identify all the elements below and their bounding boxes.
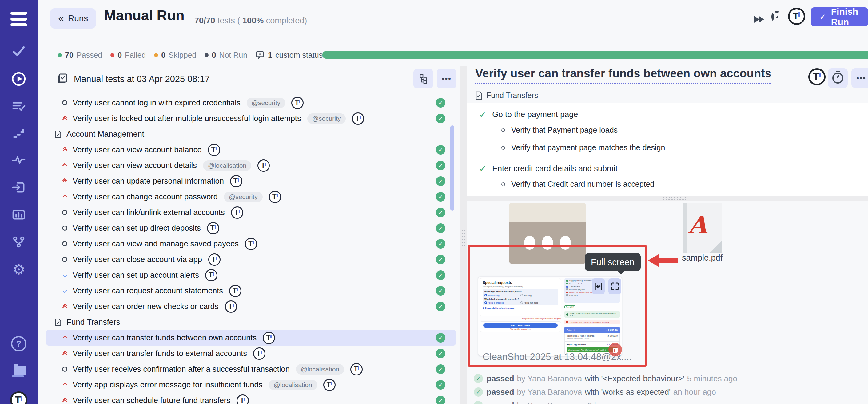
attachment-pdf-name: sample.pdf	[671, 253, 734, 263]
document-icon	[55, 130, 62, 138]
page-title: Manual Run	[104, 7, 184, 24]
section-row: Fund Transfers	[46, 314, 456, 330]
delete-attachment-button[interactable]	[609, 343, 622, 357]
substep-circle-icon	[501, 128, 505, 132]
test-row[interactable]: Verify user can close account via appT✓	[46, 251, 456, 267]
test-title: Verify user can view and manage saved pa…	[72, 239, 239, 248]
bar-chart-icon	[12, 208, 26, 222]
status-circle-icon	[60, 210, 69, 215]
passed-icon: ✓	[436, 98, 445, 107]
priority-highest-icon	[60, 179, 69, 184]
feature-icon	[566, 294, 568, 296]
sidebar-item-branches[interactable]	[12, 235, 26, 249]
sidebar-item-import[interactable]	[12, 180, 26, 195]
tests-progress-summary: 70/70 tests ( 100% completed)	[194, 16, 307, 26]
test-row[interactable]: Verify user can view account balanceT✓	[46, 142, 456, 158]
substep-label: Verify that Payment page loads	[511, 126, 618, 135]
sidebar-item-runs[interactable]	[11, 71, 27, 87]
passed-icon: ✓	[436, 302, 445, 311]
pdf-acrobat-icon: A	[688, 211, 707, 239]
test-row[interactable]: Verify user can transfer funds between o…	[46, 330, 456, 346]
fast-forward-icon[interactable]	[754, 16, 764, 23]
timer-icon[interactable]	[771, 14, 774, 20]
attachment-xls-thumbnail[interactable]	[509, 203, 586, 264]
test-row[interactable]: Verify user can order new checks or card…	[46, 299, 456, 314]
hamburger-menu-icon[interactable]	[10, 9, 27, 29]
thumb-special-requests-card: Special requests Select your preference(…	[480, 278, 561, 316]
test-row[interactable]: Verify user can set up account alertsT✓	[46, 267, 456, 283]
testomat-icon: T	[352, 112, 364, 125]
test-row[interactable]: Verify user can link/unlink external acc…	[46, 205, 456, 220]
fit-width-button[interactable]	[592, 278, 605, 294]
play-circle-icon	[11, 71, 27, 87]
sidebar-item-tests[interactable]	[12, 44, 26, 58]
attachment-pdf-thumbnail[interactable]: A	[683, 203, 721, 252]
sidebar-item-projects[interactable]	[12, 366, 26, 377]
test-row[interactable]: Verify user receives confirmation after …	[46, 361, 456, 377]
test-row[interactable]: Verify app displays error message for in…	[46, 377, 456, 393]
check-icon: ✓	[819, 12, 826, 22]
list-scrollbar-thumb[interactable]	[450, 125, 454, 211]
tree-view-button[interactable]	[413, 69, 433, 89]
feature-item: Free WiFi	[566, 294, 618, 297]
detail-more-actions-button[interactable]: •••	[851, 68, 868, 88]
test-row[interactable]: Verify user can view and manage saved pa…	[46, 236, 456, 251]
test-row[interactable]: Verify user cannot log in with expired c…	[46, 95, 456, 111]
horizontal-splitter[interactable]	[467, 196, 868, 201]
testomat-icon: T	[253, 347, 266, 360]
thumb-hurry-text: Hurry! Our last room for your dates at t…	[512, 317, 561, 319]
test-row[interactable]: Verify user can transfer funds to extern…	[46, 346, 456, 361]
substep-circle-icon	[501, 182, 505, 186]
step-row[interactable]: ✓Go to the payment page	[479, 107, 868, 121]
thumb-rating-banner: Great choice of property – with an avera…	[564, 311, 620, 318]
fullscreen-button[interactable]	[609, 278, 621, 294]
test-title: Verify user can view account details	[72, 161, 197, 170]
sidebar-item-settings[interactable]: ⚙	[12, 261, 25, 278]
checklist-icon	[57, 73, 68, 86]
substep-row[interactable]: Verify that Credit card number is accept…	[501, 175, 868, 193]
test-row[interactable]: Verify user can change account password@…	[46, 189, 456, 205]
vertical-splitter[interactable]	[461, 66, 467, 404]
test-title: Verify user cannot log in with expired c…	[72, 98, 241, 107]
priority-high-icon	[60, 164, 69, 167]
substep-label: Verify that Credit card number is accept…	[511, 180, 654, 189]
notrun-dot-icon	[205, 53, 209, 57]
app-root: ⚙ ? T « Runs Manual Run 70/70 tests ( 10…	[0, 0, 868, 404]
git-branch-icon	[12, 235, 26, 249]
tag-badge: @localisation	[269, 380, 317, 390]
sidebar-item-activity[interactable]	[12, 153, 26, 167]
test-row[interactable]: Verify user is locked out after multiple…	[46, 111, 456, 126]
test-row[interactable]: Verify user can request account statemen…	[46, 283, 456, 299]
testomat-badge-icon[interactable]: T	[808, 68, 826, 86]
test-title: Verify user can link/unlink external acc…	[72, 208, 225, 217]
passed-icon: ✓	[436, 114, 445, 123]
sidebar-item-shared-steps[interactable]	[12, 126, 26, 140]
finish-run-button[interactable]: ✓ Finish Run	[811, 7, 868, 26]
thumb-next-button: NEXT: FINAL STEP	[483, 323, 558, 328]
back-to-runs-button[interactable]: « Runs	[50, 8, 96, 29]
sidebar-item-help[interactable]: ?	[11, 336, 27, 351]
steps-panel: ✓Go to the payment pageVerify that Payme…	[467, 103, 868, 196]
substep-row[interactable]: Verify that payment page matches the des…	[501, 139, 868, 156]
sidebar-item-reports[interactable]	[12, 208, 26, 222]
substep-row[interactable]: Verify that Payment page loads	[501, 121, 868, 139]
testomat-badge-icon[interactable]: T	[788, 8, 805, 25]
list-more-actions-button[interactable]: •••	[437, 69, 457, 89]
failed-dot-icon	[111, 53, 115, 57]
skipped-counter: 0Skipped	[154, 51, 196, 60]
test-row[interactable]: Verify user can schedule future fund tra…	[46, 393, 456, 404]
priority-highest-icon	[60, 147, 69, 153]
test-row[interactable]: Verify user can update personal informat…	[46, 173, 456, 189]
sidebar-logo[interactable]: T	[10, 392, 27, 404]
sidebar-item-test-plans[interactable]	[12, 99, 26, 113]
step-row[interactable]: ✓Enter credit card details and submit	[479, 161, 868, 175]
suite-breadcrumb[interactable]: Fund Transfers	[475, 91, 538, 100]
history-row: ✓passedby Yana Baranovawith 'works as ex…	[474, 385, 737, 399]
timer-button[interactable]	[828, 68, 848, 88]
step-group: ✓Enter credit card details and submitVer…	[479, 161, 868, 193]
test-row[interactable]: Verify user can view account details@loc…	[46, 158, 456, 173]
priority-highest-icon	[60, 351, 69, 356]
test-row[interactable]: Verify user can set up direct depositsT✓	[46, 220, 456, 236]
feature-icon	[566, 286, 568, 288]
tag-badge: @localisation	[296, 364, 344, 374]
